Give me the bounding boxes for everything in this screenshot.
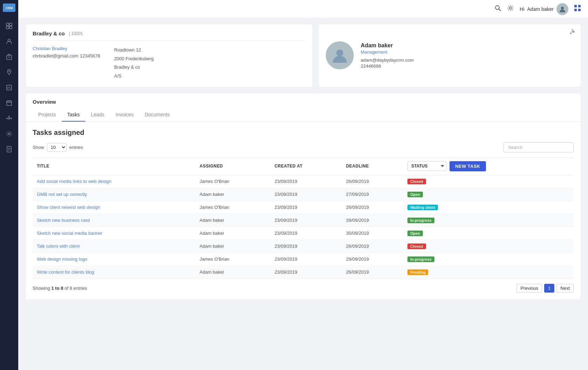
task-deadline-cell: 26/09/2019 bbox=[342, 240, 403, 253]
task-assigned-cell: Adam baker bbox=[195, 266, 270, 279]
task-title-link[interactable]: Write content for clients blog bbox=[37, 269, 94, 275]
person-avatar bbox=[326, 41, 354, 69]
contact-phone: 12345678 bbox=[80, 53, 100, 59]
task-status-cell: In-progress bbox=[403, 214, 574, 227]
task-deadline-cell: 30/09/2019 bbox=[342, 227, 403, 240]
task-title-link[interactable]: Add social media links to web design bbox=[37, 179, 111, 184]
svg-point-38 bbox=[336, 49, 343, 56]
reports-icon[interactable] bbox=[3, 81, 15, 94]
calendar-icon[interactable] bbox=[3, 97, 15, 109]
task-title-link[interactable]: Web design missing logo bbox=[37, 256, 87, 262]
contact-name-link[interactable]: Christian Bradley bbox=[33, 46, 100, 51]
svg-text:CRM: CRM bbox=[6, 6, 13, 10]
task-title-link[interactable]: Sketch new social media banner bbox=[37, 231, 102, 236]
task-title-link[interactable]: Talk colors with client bbox=[37, 244, 80, 249]
location-icon[interactable] bbox=[3, 66, 15, 78]
page-1-button[interactable]: 1 bbox=[544, 284, 554, 293]
search-input[interactable] bbox=[503, 142, 574, 152]
task-status-cell: Open bbox=[403, 227, 574, 240]
table-controls: Show 10 25 50 100 entries bbox=[33, 142, 574, 152]
share-icon[interactable] bbox=[569, 29, 575, 36]
svg-rect-34 bbox=[574, 5, 577, 7]
task-title-link[interactable]: Sketch new business card bbox=[37, 218, 90, 223]
show-label: Show bbox=[33, 145, 44, 150]
table-row: Show client newest web design James O'Br… bbox=[33, 201, 574, 214]
status-filter-select[interactable]: STATUS Open Closed In-progress Pending W… bbox=[407, 161, 447, 171]
search-icon[interactable] bbox=[494, 5, 501, 13]
tab-invoices[interactable]: Invoices bbox=[110, 108, 139, 122]
task-title-cell: Sketch new social media banner bbox=[33, 227, 195, 240]
network-icon[interactable] bbox=[3, 112, 15, 125]
svg-point-32 bbox=[509, 7, 512, 9]
app-logo[interactable]: CRM bbox=[3, 4, 15, 12]
svg-point-21 bbox=[9, 116, 10, 117]
task-status-cell: Waiting client bbox=[403, 201, 574, 214]
status-badge: In-progress bbox=[407, 218, 434, 223]
contact-email: chrbradlet@gmail.com bbox=[33, 53, 78, 59]
task-created-cell: 23/09/2019 bbox=[270, 188, 342, 201]
table-row: GMB not set up correctly Adam baker 23/0… bbox=[33, 188, 574, 201]
tab-leads[interactable]: Leads bbox=[85, 108, 110, 122]
person-email: adam@daybydaycrm.com bbox=[361, 57, 574, 63]
svg-point-18 bbox=[8, 118, 10, 119]
col-title: TITLE bbox=[33, 157, 195, 175]
table-row: Talk colors with client Adam baker 23/09… bbox=[33, 240, 574, 253]
previous-button[interactable]: Previous bbox=[516, 284, 542, 293]
contact-address: Roadtown 12 2000 Frederiksberg Bradley &… bbox=[114, 46, 154, 81]
avatar bbox=[556, 3, 568, 15]
tab-tasks[interactable]: Tasks bbox=[62, 108, 86, 122]
svg-point-33 bbox=[561, 7, 564, 9]
next-button[interactable]: Next bbox=[556, 284, 574, 293]
tasks-table: TITLE ASSIGNED CREATED AT DEADLINE STATU… bbox=[33, 157, 574, 279]
contacts-icon[interactable] bbox=[3, 35, 15, 48]
col-deadline: DEADLINE bbox=[342, 157, 403, 175]
content-area: Bradley & co | 10001 Christian Bradley c… bbox=[18, 18, 588, 370]
svg-rect-2 bbox=[6, 23, 9, 26]
task-status-cell: Open bbox=[403, 188, 574, 201]
contact-left: Christian Bradley chrbradlet@gmail.com 1… bbox=[33, 46, 100, 81]
col-assigned: ASSIGNED bbox=[195, 157, 270, 175]
task-deadline-cell: 27/09/2019 bbox=[342, 188, 403, 201]
svg-rect-5 bbox=[9, 26, 12, 29]
task-assigned-cell: James O'Brian bbox=[195, 175, 270, 188]
svg-point-9 bbox=[9, 71, 10, 72]
task-title-link[interactable]: Show client newest web design bbox=[37, 205, 100, 210]
documents-icon[interactable] bbox=[3, 143, 15, 156]
task-title-link[interactable]: GMB not set up correctly bbox=[37, 192, 87, 197]
gear-icon[interactable] bbox=[507, 5, 514, 13]
tab-projects[interactable]: Projects bbox=[33, 108, 62, 122]
dashboard-icon[interactable] bbox=[3, 20, 15, 32]
company-name: Bradley & co bbox=[33, 30, 65, 36]
task-deadline-cell: 26/09/2019 bbox=[342, 175, 403, 188]
contact-card: Bradley & co | 10001 Christian Bradley c… bbox=[25, 24, 313, 87]
status-badge: Waiting client bbox=[407, 205, 438, 210]
task-title-cell: Talk colors with client bbox=[33, 240, 195, 253]
user-menu[interactable]: Hi Adam baker bbox=[520, 3, 568, 15]
task-assigned-cell: Adam baker bbox=[195, 188, 270, 201]
svg-rect-3 bbox=[9, 23, 12, 26]
main-content: Hi Adam baker Bradle bbox=[18, 0, 588, 370]
tabs: Projects Tasks Leads Invoices Documents bbox=[26, 108, 581, 122]
task-assigned-cell: James O'Brian bbox=[195, 253, 270, 266]
task-title-cell: Write content for clients blog bbox=[33, 266, 195, 279]
new-task-button[interactable]: NEW TASK bbox=[450, 161, 486, 171]
table-row: Sketch new business card Adam baker 23/0… bbox=[33, 214, 574, 227]
companies-icon[interactable] bbox=[3, 50, 15, 63]
settings-icon[interactable] bbox=[3, 128, 15, 140]
task-created-cell: 23/09/2019 bbox=[270, 266, 342, 279]
grid-icon[interactable] bbox=[574, 5, 581, 13]
task-created-cell: 23/09/2019 bbox=[270, 214, 342, 227]
greeting-text: Hi bbox=[520, 6, 524, 12]
task-deadline-cell: 28/09/2019 bbox=[342, 214, 403, 227]
svg-point-25 bbox=[8, 133, 10, 135]
sidebar: CRM bbox=[0, 0, 18, 370]
svg-point-30 bbox=[495, 6, 499, 9]
entries-label: entries bbox=[69, 145, 83, 150]
address-line4: A/S bbox=[114, 72, 154, 81]
overview-title: Overview bbox=[26, 93, 581, 105]
task-assigned-cell: Adam baker bbox=[195, 240, 270, 253]
tab-documents[interactable]: Documents bbox=[139, 108, 175, 122]
task-status-cell: In-progress bbox=[403, 253, 574, 266]
tasks-content: Tasks assigned Show 10 25 50 100 entries bbox=[26, 122, 581, 300]
entries-select[interactable]: 10 25 50 100 bbox=[47, 143, 67, 152]
